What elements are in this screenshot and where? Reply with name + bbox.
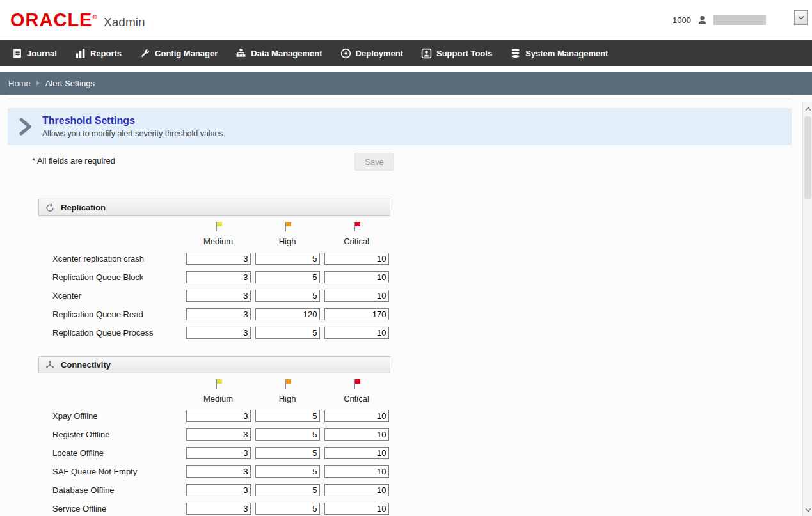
critical-threshold-input[interactable] — [324, 253, 389, 265]
threshold-row: Database Offline — [38, 483, 390, 496]
nav-item-support-tools[interactable]: Support Tools — [412, 40, 501, 66]
medium-threshold-input[interactable] — [186, 465, 251, 478]
threshold-row: Replication Queue Read — [38, 308, 390, 320]
nav-item-reports[interactable]: Reports — [66, 40, 131, 66]
registered-trademark: ® — [92, 14, 97, 20]
high-threshold-input[interactable] — [255, 484, 320, 496]
nav-item-label: Config Manager — [155, 49, 218, 58]
threshold-row-label: Service Offline — [38, 504, 184, 513]
critical-threshold-input[interactable] — [324, 503, 389, 515]
nav-item-label: Support Tools — [436, 49, 492, 58]
threshold-row-label: Locate Offline — [38, 448, 184, 458]
high-threshold-input[interactable] — [255, 503, 320, 515]
section-header: Connectivity — [38, 356, 390, 373]
high-threshold-input[interactable] — [255, 410, 320, 422]
threshold-row-label: Xcenter — [38, 291, 184, 301]
scrollbar-thumb[interactable] — [804, 116, 811, 199]
page-banner: Threshold Settings Allows you to modify … — [8, 108, 792, 145]
severity-column-label: Medium — [184, 394, 253, 403]
medium-threshold-input[interactable] — [186, 428, 251, 441]
chevron-down-icon — [798, 15, 804, 20]
critical-threshold-input[interactable] — [324, 410, 389, 422]
threshold-row: Replication Queue Block — [38, 270, 390, 283]
main-content: Threshold Settings Allows you to modify … — [0, 95, 812, 516]
medium-threshold-input[interactable] — [186, 327, 251, 339]
high-threshold-input[interactable] — [255, 308, 320, 320]
medium-threshold-input[interactable] — [186, 503, 251, 515]
header-dropdown-button[interactable] — [794, 10, 808, 25]
threshold-row-label: Register Offline — [38, 430, 184, 439]
critical-flag-icon — [353, 379, 361, 389]
high-threshold-input[interactable] — [255, 465, 320, 478]
nav-item-label: Deployment — [356, 49, 403, 58]
critical-threshold-input[interactable] — [324, 290, 389, 302]
high-threshold-input[interactable] — [255, 327, 320, 339]
nav-item-config-manager[interactable]: Config Manager — [131, 40, 227, 66]
form-meta: * All fields are required Save — [8, 153, 792, 172]
threshold-row-label: Replication Queue Read — [38, 309, 184, 319]
critical-threshold-input[interactable] — [324, 327, 389, 339]
medium-threshold-input[interactable] — [186, 447, 251, 459]
nav-item-system-management[interactable]: System Management — [501, 40, 617, 66]
save-button[interactable]: Save — [354, 153, 394, 171]
critical-threshold-input[interactable] — [324, 271, 389, 283]
high-flag-icon — [283, 379, 292, 389]
severity-labels-row: MediumHighCritical — [38, 393, 390, 403]
high-threshold-input[interactable] — [255, 271, 320, 283]
threshold-row-label: Database Offline — [38, 485, 184, 495]
medium-threshold-input[interactable] — [186, 410, 251, 422]
support-tools-icon — [421, 48, 432, 59]
section-title: Replication — [61, 203, 106, 212]
threshold-row: Xcenter — [38, 289, 390, 302]
nav-item-label: System Management — [525, 49, 608, 58]
banner-text: Threshold Settings Allows you to modify … — [42, 115, 225, 138]
medium-threshold-input[interactable] — [186, 253, 251, 265]
threshold-row: Locate Offline — [38, 446, 390, 459]
scroll-down-button[interactable] — [803, 504, 812, 515]
high-threshold-input[interactable] — [255, 253, 320, 265]
breadcrumb-separator-icon — [36, 81, 40, 86]
page-subtitle: Allows you to modify alert severity thre… — [42, 129, 225, 138]
severity-column-label: High — [253, 237, 322, 246]
scroll-up-button[interactable] — [803, 104, 812, 114]
nav-item-label: Reports — [90, 49, 122, 58]
breadcrumb-home[interactable]: Home — [8, 79, 31, 88]
critical-threshold-input[interactable] — [324, 428, 389, 441]
nav-item-label: Journal — [27, 49, 57, 58]
nav-item-journal[interactable]: Journal — [3, 40, 66, 66]
high-flag-icon — [283, 221, 292, 232]
threshold-row-label: SAF Queue Not Empty — [38, 467, 184, 476]
medium-flag-icon — [214, 221, 223, 232]
required-fields-note: * All fields are required — [32, 156, 115, 166]
medium-threshold-input[interactable] — [186, 308, 251, 320]
main-nav: Journal Reports Config Manager Data Mana… — [0, 40, 812, 66]
app-name: Xadmin — [104, 15, 145, 29]
high-threshold-input[interactable] — [255, 290, 320, 302]
nav-item-data-management[interactable]: Data Management — [227, 40, 331, 66]
critical-threshold-input[interactable] — [324, 308, 389, 320]
section-title: Connectivity — [61, 360, 111, 370]
critical-threshold-input[interactable] — [324, 447, 389, 459]
high-threshold-input[interactable] — [255, 447, 320, 459]
nav-item-label: Data Management — [251, 49, 322, 58]
medium-threshold-input[interactable] — [186, 271, 251, 283]
section-header: Replication — [38, 199, 390, 216]
replication-icon — [45, 203, 55, 213]
medium-threshold-input[interactable] — [186, 484, 251, 496]
threshold-row: Register Offline — [38, 428, 390, 441]
data-management-icon — [235, 48, 246, 59]
medium-flag-icon — [214, 379, 223, 389]
threshold-row: Xcenter replication crash — [38, 252, 390, 265]
vertical-scrollbar[interactable] — [802, 102, 812, 516]
threshold-row: Replication Queue Process — [38, 326, 390, 339]
critical-threshold-input[interactable] — [324, 484, 389, 496]
severity-column-label: Critical — [322, 237, 391, 246]
user-name-redacted — [713, 15, 766, 25]
high-threshold-input[interactable] — [255, 428, 320, 441]
app-header: ORACLE® Xadmin 1000 — [0, 0, 812, 40]
nav-item-deployment[interactable]: Deployment — [331, 40, 412, 66]
severity-column-label: Medium — [184, 237, 253, 246]
critical-threshold-input[interactable] — [324, 465, 389, 478]
medium-threshold-input[interactable] — [186, 290, 251, 302]
threshold-row-label: Xpay Offline — [38, 411, 184, 421]
